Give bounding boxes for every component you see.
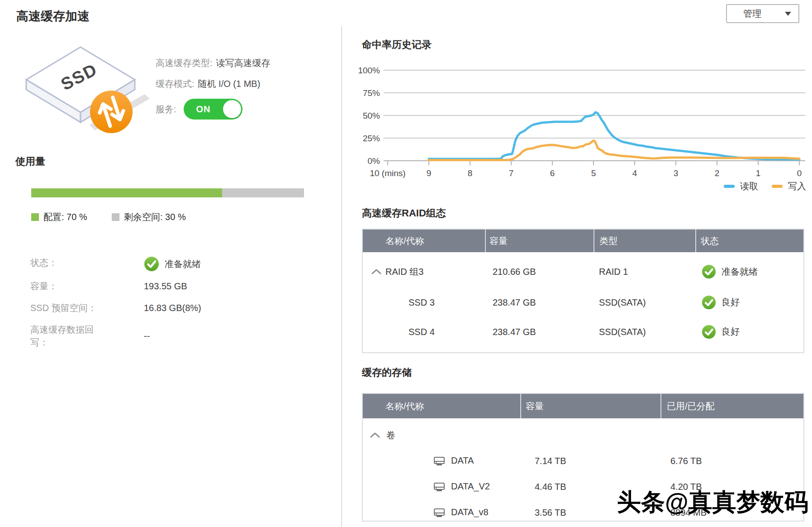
usage-legend-free: 剩余空间: 30 %	[112, 211, 186, 223]
detail-value: 193.55 GB	[144, 280, 187, 292]
legend-item: 写入	[772, 180, 806, 192]
cache-type-value: 读写高速缓存	[216, 58, 271, 68]
volume-drive-icon	[433, 455, 446, 466]
row-expander[interactable]	[370, 432, 380, 438]
raid-type-cell: SSD(SATA)	[599, 297, 646, 307]
volume-used-cell: 6.76 TB	[670, 455, 702, 466]
x-axis-tick-label: 0	[797, 168, 802, 178]
volume-name-text: DATA_V2	[451, 481, 490, 492]
chevron-up-icon[interactable]	[370, 432, 380, 438]
detail-label: 状态：	[30, 256, 111, 272]
volume-capacity-cell: 4.46 TB	[535, 481, 566, 492]
table-row[interactable]: DATA7.14 TB6.76 TB	[363, 448, 803, 474]
header-divider	[485, 230, 486, 252]
raid-capacity-cell: 210.66 GB	[493, 267, 536, 277]
legend-label: 写入	[788, 180, 806, 192]
row-expander[interactable]	[371, 268, 382, 275]
raid-name-cell: SSD 3	[408, 297, 435, 307]
detail-value-text: 193.55 GB	[144, 281, 187, 292]
volume-capacity-cell: 3.56 TB	[535, 507, 566, 517]
column-header: 已用/已分配	[667, 400, 715, 412]
volume-name-cell: DATA_v8	[433, 507, 489, 518]
column-header: 名称/代称	[385, 400, 424, 412]
detail-label: SSD 预留空间：	[30, 302, 111, 314]
group-name-cell: 卷	[386, 429, 395, 441]
service-row: 服务: ON	[156, 99, 242, 120]
volume-name-cell: DATA	[433, 455, 474, 466]
detail-value: --	[144, 323, 150, 349]
ssd-cache-icon: SSD	[13, 41, 153, 138]
x-axis-tick-label: 6	[550, 168, 555, 178]
cache-type-row: 高速缓存类型:读写高速缓存	[156, 57, 271, 69]
y-axis-tick-label: 0%	[368, 156, 380, 166]
chevron-up-icon[interactable]	[371, 268, 382, 275]
detail-row: 容量：193.55 GB	[30, 280, 187, 292]
raid-name-cell: SSD 4	[408, 326, 435, 337]
raid-table-header: 名称/代称容量类型状态	[363, 230, 803, 252]
header-divider	[594, 230, 594, 252]
volume-drive-icon	[433, 481, 446, 492]
page-title: 高速缓存加速	[16, 8, 90, 24]
table-row[interactable]: SSD 4238.47 GBSSD(SATA)良好	[363, 317, 803, 346]
x-axis-tick-label: 3	[674, 168, 679, 178]
raid-status-text: 准备就绪	[722, 266, 758, 278]
raid-status-text: 良好	[722, 296, 740, 308]
usage-legend-configured: 配置: 70 %	[31, 211, 87, 223]
cache-mode-label: 缓存模式:	[156, 79, 195, 89]
raid-status-text: 良好	[722, 326, 740, 338]
detail-row: SSD 预留空间：16.83 GB(8%)	[30, 302, 201, 314]
raid-table: 名称/代称容量类型状态RAID 组3210.66 GBRAID 1准备就绪SSD…	[362, 229, 804, 353]
header-divider	[695, 230, 696, 252]
raid-type-cell: SSD(SATA)	[599, 326, 646, 337]
x-axis-tick-label: 1	[756, 168, 761, 178]
detail-row: 高速缓存数据回写：--	[30, 323, 150, 349]
detail-value: 16.83 GB(8%)	[144, 302, 201, 314]
column-header: 类型	[599, 235, 617, 247]
header-divider	[520, 394, 521, 418]
panel-divider	[341, 26, 342, 527]
series-line-写入	[429, 140, 799, 160]
detail-row: 状态：准备就绪	[30, 256, 201, 272]
table-row[interactable]: RAID 组3210.66 GBRAID 1准备就绪	[363, 256, 803, 287]
raid-status-cell: 良好	[702, 325, 740, 339]
volume-name-text: DATA	[451, 455, 474, 466]
x-axis-tick-label: 9	[427, 168, 432, 178]
free-legend-label: 剩余空间: 30 %	[124, 211, 186, 223]
check-icon	[702, 264, 716, 279]
chart-title: 命中率历史记录	[362, 38, 432, 52]
column-header: 容量	[489, 235, 508, 247]
volume-capacity-cell: 7.14 TB	[535, 455, 566, 466]
check-icon	[702, 325, 716, 339]
toggle-knob[interactable]	[223, 100, 241, 118]
cached-table-header: 名称/代称容量已用/已分配	[363, 394, 803, 418]
legend-item: 读取	[724, 180, 758, 192]
caret-down-icon	[785, 12, 791, 16]
usage-progress-bar	[31, 188, 304, 197]
x-axis-tick-label: 2	[715, 168, 720, 178]
manage-dropdown-button[interactable]: 管理	[726, 4, 799, 23]
x-axis-tick-label: 7	[509, 168, 514, 178]
table-row[interactable]: 卷	[363, 422, 803, 448]
service-toggle[interactable]: ON	[184, 99, 242, 120]
legend-color-dash	[724, 185, 735, 188]
y-axis-tick-label: 100%	[358, 66, 380, 75]
legend-color-dash	[772, 185, 783, 188]
cache-mode-value: 随机 I/O (1 MB)	[198, 79, 261, 89]
column-header: 状态	[701, 235, 719, 247]
check-icon	[702, 295, 716, 310]
manage-button-label: 管理	[743, 8, 761, 20]
raid-capacity-cell: 238.47 GB	[493, 297, 536, 307]
configured-color-swatch	[31, 213, 39, 221]
table-row[interactable]: SSD 3238.47 GBSSD(SATA)良好	[363, 287, 803, 317]
detail-value-text: 16.83 GB(8%)	[144, 303, 201, 313]
raid-status-cell: 良好	[702, 295, 740, 310]
hit-rate-chart: 100%75%50%25%0%10 (mins)9876543210	[348, 62, 812, 198]
chart-legend: 读取写入	[642, 180, 806, 192]
raid-capacity-cell: 238.47 GB	[493, 326, 536, 337]
y-axis-tick-label: 50%	[363, 111, 380, 120]
x-axis-tick-label: 4	[632, 168, 637, 178]
y-axis-tick-label: 75%	[363, 88, 380, 98]
cache-mode-row: 缓存模式:随机 I/O (1 MB)	[156, 78, 260, 90]
header-divider	[660, 394, 661, 418]
detail-value: 准备就绪	[144, 256, 201, 272]
